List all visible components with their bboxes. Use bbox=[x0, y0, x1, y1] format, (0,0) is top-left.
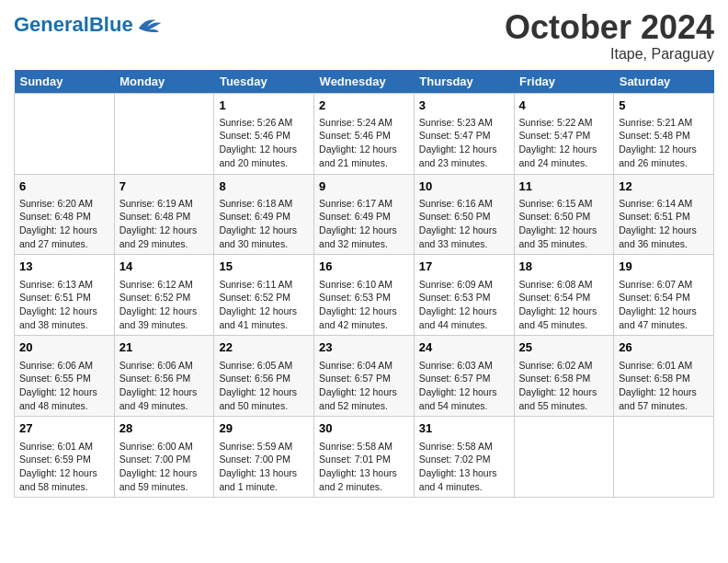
day-info: Sunrise: 6:06 AMSunset: 6:55 PMDaylight:… bbox=[19, 359, 109, 413]
daylight-text: Daylight: 12 hours and 27 minutes. bbox=[19, 224, 109, 250]
sunrise-text: Sunrise: 5:23 AM bbox=[419, 116, 509, 130]
day-number: 13 bbox=[19, 259, 109, 275]
calendar-cell: 23Sunrise: 6:04 AMSunset: 6:57 PMDayligh… bbox=[314, 336, 415, 417]
month-title: October 2024 bbox=[505, 9, 714, 46]
sunrise-text: Sunrise: 5:22 AM bbox=[519, 116, 609, 130]
sunset-text: Sunset: 6:54 PM bbox=[619, 291, 709, 304]
weekday-header-thursday: Thursday bbox=[414, 70, 514, 94]
day-info: Sunrise: 6:20 AMSunset: 6:48 PMDaylight:… bbox=[19, 197, 109, 251]
day-number: 25 bbox=[519, 339, 609, 356]
day-number: 8 bbox=[219, 178, 309, 195]
sunrise-text: Sunrise: 6:08 AM bbox=[519, 278, 609, 292]
calendar-cell: 10Sunrise: 6:16 AMSunset: 6:50 PMDayligh… bbox=[414, 174, 514, 255]
day-info: Sunrise: 6:13 AMSunset: 6:51 PMDaylight:… bbox=[19, 278, 109, 332]
calendar-cell: 31Sunrise: 5:58 AMSunset: 7:02 PMDayligh… bbox=[414, 417, 514, 498]
calendar-cell: 6Sunrise: 6:20 AMSunset: 6:48 PMDaylight… bbox=[15, 174, 115, 255]
daylight-text: Daylight: 12 hours and 35 minutes. bbox=[519, 224, 609, 250]
sunset-text: Sunset: 6:57 PM bbox=[419, 372, 509, 385]
logo-bird-icon bbox=[135, 14, 163, 36]
sunrise-text: Sunrise: 5:59 AM bbox=[219, 440, 309, 454]
day-info: Sunrise: 6:16 AMSunset: 6:50 PMDaylight:… bbox=[419, 197, 509, 251]
sunset-text: Sunset: 6:53 PM bbox=[419, 291, 509, 304]
sunrise-text: Sunrise: 6:10 AM bbox=[319, 278, 409, 292]
day-number: 11 bbox=[519, 178, 609, 195]
calendar-cell: 9Sunrise: 6:17 AMSunset: 6:49 PMDaylight… bbox=[314, 174, 415, 255]
sunrise-text: Sunrise: 6:19 AM bbox=[119, 197, 210, 211]
day-info: Sunrise: 5:23 AMSunset: 5:47 PMDaylight:… bbox=[419, 116, 509, 170]
day-number: 17 bbox=[419, 259, 509, 275]
calendar-cell: 30Sunrise: 5:58 AMSunset: 7:01 PMDayligh… bbox=[314, 417, 415, 498]
sunset-text: Sunset: 6:48 PM bbox=[19, 210, 109, 224]
day-number: 4 bbox=[519, 98, 609, 114]
day-info: Sunrise: 6:03 AMSunset: 6:57 PMDaylight:… bbox=[419, 359, 509, 413]
day-info: Sunrise: 6:06 AMSunset: 6:56 PMDaylight:… bbox=[119, 359, 210, 413]
day-info: Sunrise: 5:58 AMSunset: 7:01 PMDaylight:… bbox=[319, 440, 409, 494]
daylight-text: Daylight: 12 hours and 58 minutes. bbox=[19, 466, 109, 493]
daylight-text: Daylight: 12 hours and 39 minutes. bbox=[119, 304, 210, 331]
calendar-cell: 12Sunrise: 6:14 AMSunset: 6:51 PMDayligh… bbox=[614, 174, 714, 255]
sunrise-text: Sunrise: 5:58 AM bbox=[319, 440, 409, 454]
sunset-text: Sunset: 6:52 PM bbox=[119, 291, 210, 304]
sunrise-text: Sunrise: 6:13 AM bbox=[19, 278, 109, 292]
sunset-text: Sunset: 6:49 PM bbox=[319, 210, 409, 224]
weekday-header-saturday: Saturday bbox=[614, 70, 714, 94]
sunrise-text: Sunrise: 6:00 AM bbox=[119, 440, 210, 454]
calendar-cell: 21Sunrise: 6:06 AMSunset: 6:56 PMDayligh… bbox=[114, 336, 214, 417]
day-number: 23 bbox=[319, 339, 409, 356]
logo-blue: Blue bbox=[89, 13, 133, 36]
sunrise-text: Sunrise: 5:21 AM bbox=[619, 116, 709, 130]
weekday-header-monday: Monday bbox=[114, 70, 214, 94]
daylight-text: Daylight: 12 hours and 33 minutes. bbox=[419, 224, 509, 250]
calendar-body: 1Sunrise: 5:26 AMSunset: 5:46 PMDaylight… bbox=[15, 93, 714, 498]
daylight-text: Daylight: 12 hours and 21 minutes. bbox=[319, 143, 409, 169]
daylight-text: Daylight: 12 hours and 38 minutes. bbox=[19, 304, 109, 331]
calendar-cell: 22Sunrise: 6:05 AMSunset: 6:56 PMDayligh… bbox=[214, 336, 314, 417]
sunrise-text: Sunrise: 6:12 AM bbox=[119, 278, 210, 292]
day-info: Sunrise: 6:00 AMSunset: 7:00 PMDaylight:… bbox=[119, 440, 210, 494]
day-number: 22 bbox=[219, 339, 309, 356]
sunrise-text: Sunrise: 5:24 AM bbox=[319, 116, 409, 130]
sunrise-text: Sunrise: 6:20 AM bbox=[19, 197, 109, 211]
sunset-text: Sunset: 6:51 PM bbox=[619, 210, 709, 224]
calendar-week-row: 20Sunrise: 6:06 AMSunset: 6:55 PMDayligh… bbox=[15, 336, 714, 417]
daylight-text: Daylight: 12 hours and 54 minutes. bbox=[419, 385, 509, 412]
day-info: Sunrise: 6:10 AMSunset: 6:53 PMDaylight:… bbox=[319, 278, 409, 332]
sunrise-text: Sunrise: 5:26 AM bbox=[219, 116, 309, 130]
calendar-cell: 26Sunrise: 6:01 AMSunset: 6:58 PMDayligh… bbox=[614, 336, 714, 417]
sunrise-text: Sunrise: 6:02 AM bbox=[519, 359, 609, 373]
day-info: Sunrise: 6:08 AMSunset: 6:54 PMDaylight:… bbox=[519, 278, 609, 332]
calendar-cell: 24Sunrise: 6:03 AMSunset: 6:57 PMDayligh… bbox=[414, 336, 514, 417]
calendar-cell bbox=[614, 417, 714, 498]
sunrise-text: Sunrise: 6:06 AM bbox=[119, 359, 210, 373]
day-number: 6 bbox=[19, 178, 109, 195]
sunrise-text: Sunrise: 5:58 AM bbox=[419, 440, 509, 454]
sunset-text: Sunset: 7:01 PM bbox=[319, 453, 409, 466]
day-number: 1 bbox=[219, 98, 309, 114]
calendar-cell: 4Sunrise: 5:22 AMSunset: 5:47 PMDaylight… bbox=[514, 93, 614, 174]
daylight-text: Daylight: 12 hours and 24 minutes. bbox=[519, 143, 609, 169]
sunset-text: Sunset: 7:00 PM bbox=[119, 453, 210, 466]
sunset-text: Sunset: 6:54 PM bbox=[519, 291, 609, 304]
sunset-text: Sunset: 6:59 PM bbox=[19, 453, 109, 466]
sunrise-text: Sunrise: 6:14 AM bbox=[619, 197, 709, 211]
day-info: Sunrise: 6:19 AMSunset: 6:48 PMDaylight:… bbox=[119, 197, 210, 251]
daylight-text: Daylight: 12 hours and 44 minutes. bbox=[419, 304, 509, 331]
day-number: 26 bbox=[619, 339, 709, 356]
calendar-cell: 19Sunrise: 6:07 AMSunset: 6:54 PMDayligh… bbox=[614, 255, 714, 336]
sunset-text: Sunset: 5:47 PM bbox=[519, 129, 609, 143]
sunrise-text: Sunrise: 6:01 AM bbox=[619, 359, 709, 373]
calendar-cell: 13Sunrise: 6:13 AMSunset: 6:51 PMDayligh… bbox=[15, 255, 115, 336]
day-info: Sunrise: 6:18 AMSunset: 6:49 PMDaylight:… bbox=[219, 197, 309, 251]
day-info: Sunrise: 5:59 AMSunset: 7:00 PMDaylight:… bbox=[219, 440, 309, 494]
calendar-cell: 28Sunrise: 6:00 AMSunset: 7:00 PMDayligh… bbox=[114, 417, 214, 498]
daylight-text: Daylight: 12 hours and 23 minutes. bbox=[419, 143, 509, 169]
calendar-week-row: 1Sunrise: 5:26 AMSunset: 5:46 PMDaylight… bbox=[15, 93, 714, 174]
day-number: 27 bbox=[19, 420, 109, 437]
daylight-text: Daylight: 12 hours and 45 minutes. bbox=[519, 304, 609, 331]
weekday-header-tuesday: Tuesday bbox=[214, 70, 314, 94]
day-info: Sunrise: 5:21 AMSunset: 5:48 PMDaylight:… bbox=[619, 116, 709, 170]
day-info: Sunrise: 6:01 AMSunset: 6:58 PMDaylight:… bbox=[619, 359, 709, 413]
calendar-cell: 17Sunrise: 6:09 AMSunset: 6:53 PMDayligh… bbox=[414, 255, 514, 336]
day-number: 3 bbox=[419, 98, 509, 114]
calendar-cell: 25Sunrise: 6:02 AMSunset: 6:58 PMDayligh… bbox=[514, 336, 614, 417]
